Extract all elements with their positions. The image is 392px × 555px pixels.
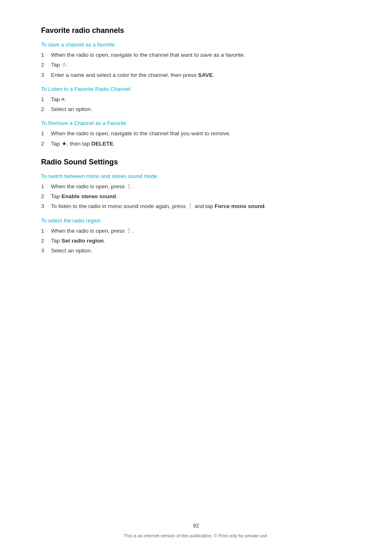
bold-text: Force mono sound [214, 203, 265, 209]
list-item: 3 Enter a name and select a color for th… [41, 71, 351, 79]
step-number: 3 [41, 247, 51, 255]
dots-icon: ⋮ [187, 203, 193, 209]
subsection-title-remove: To Remove a Channel as a Favorite [41, 120, 351, 126]
step-number: 3 [41, 71, 51, 79]
subsection-title-mono-stereo: To switch between mono and stereo sound … [41, 173, 351, 179]
step-number: 2 [41, 237, 51, 245]
step-number: 1 [41, 183, 51, 191]
radio-sound-settings-section: Radio Sound Settings To switch between m… [41, 158, 351, 255]
step-text: When the radio is open, navigate to the … [51, 51, 351, 59]
step-text: When the radio is open, navigate to the … [51, 130, 351, 138]
section-title-radio-sound: Radio Sound Settings [41, 158, 351, 166]
step-number: 1 [41, 95, 51, 104]
list-item: 2 Tap Set radio region. [41, 237, 351, 245]
step-number: 1 [41, 227, 51, 235]
menu-icon: ≡ [62, 96, 65, 102]
list-item: 3 Select an option. [41, 247, 351, 255]
step-number: 2 [41, 61, 51, 69]
step-text: Tap ☆. [51, 61, 351, 69]
bold-text: DELETE [92, 141, 113, 147]
list-item: 1 When the radio is open, press ⋮. [41, 227, 351, 235]
radio-region-steps: 1 When the radio is open, press ⋮. 2 Tap… [41, 227, 351, 255]
step-text: When the radio is open, press ⋮. [51, 183, 351, 191]
dots-icon: ⋮ [126, 228, 132, 234]
save-channel-steps: 1 When the radio is open, navigate to th… [41, 51, 351, 79]
step-text: Select an option. [51, 105, 351, 113]
step-text: Enter a name and select a color for the … [51, 71, 351, 79]
dots-icon: ⋮ [126, 183, 132, 190]
footer-note: This is an internet version of this publ… [124, 533, 268, 538]
step-number: 2 [41, 105, 51, 113]
list-item: 1 When the radio is open, press ⋮. [41, 183, 351, 191]
favorite-radio-channels-section: Favorite radio channels To save a channe… [41, 26, 351, 148]
list-item: 1 Tap ≡. [41, 95, 351, 104]
step-number: 2 [41, 192, 51, 201]
step-number: 1 [41, 130, 51, 138]
subsection-save-channel: To save a channel as a favorite 1 When t… [41, 42, 351, 79]
subsection-title-radio-region: To select the radio region [41, 217, 351, 224]
listen-channel-steps: 1 Tap ≡. 2 Select an option. [41, 95, 351, 114]
subsection-listen-channel: To Listen to a Favorite Radio Channel 1 … [41, 86, 351, 114]
bold-text: SAVE [198, 72, 213, 78]
list-item: 2 Tap Enable stereo sound. [41, 192, 351, 201]
list-item: 2 Tap ★, then tap DELETE. [41, 140, 351, 148]
step-text: Tap Enable stereo sound. [51, 192, 351, 201]
star-filled-icon: ★ [62, 141, 67, 147]
list-item: 1 When the radio is open, navigate to th… [41, 130, 351, 138]
step-number: 3 [41, 202, 51, 210]
step-text: To listen to the radio in mono sound mod… [51, 202, 351, 210]
step-text: Tap ≡. [51, 95, 351, 104]
mono-stereo-steps: 1 When the radio is open, press ⋮. 2 Tap… [41, 183, 351, 211]
subsection-mono-stereo: To switch between mono and stereo sound … [41, 173, 351, 211]
subsection-title-listen: To Listen to a Favorite Radio Channel [41, 86, 351, 92]
page-number: 92 [0, 523, 392, 529]
bold-text: Set radio region [62, 238, 104, 244]
subsection-remove-channel: To Remove a Channel as a Favorite 1 When… [41, 120, 351, 148]
remove-channel-steps: 1 When the radio is open, navigate to th… [41, 130, 351, 148]
bold-text: Enable stereo sound [62, 193, 116, 199]
subsection-radio-region: To select the radio region 1 When the ra… [41, 217, 351, 255]
subsection-title-save: To save a channel as a favorite [41, 42, 351, 48]
list-item: 2 Select an option. [41, 105, 351, 113]
step-number: 1 [41, 51, 51, 59]
step-number: 2 [41, 140, 51, 148]
list-item: 1 When the radio is open, navigate to th… [41, 51, 351, 59]
section-title-favorite: Favorite radio channels [41, 26, 351, 35]
page-footer: 92 This is an internet version of this p… [0, 523, 392, 539]
step-text: Select an option. [51, 247, 351, 255]
list-item: 3 To listen to the radio in mono sound m… [41, 202, 351, 210]
step-text: Tap ★, then tap DELETE. [51, 140, 351, 148]
list-item: 2 Tap ☆. [41, 61, 351, 69]
page: Favorite radio channels To save a channe… [0, 0, 392, 555]
step-text: When the radio is open, press ⋮. [51, 227, 351, 235]
step-text: Tap Set radio region. [51, 237, 351, 245]
